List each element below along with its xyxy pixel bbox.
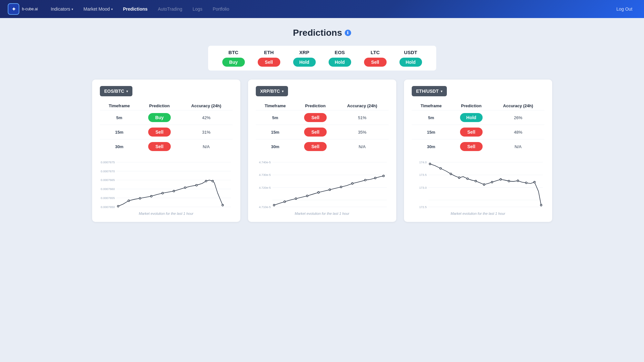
svg-point-11 — [173, 190, 175, 192]
coin-header-usdt: USDT — [393, 50, 428, 55]
nav-indicators[interactable]: Indicators — [47, 5, 77, 14]
logo-icon: ✦ — [8, 3, 19, 15]
coin-headers-row: BTC ETH XRP EOS LTC USDT — [216, 50, 428, 55]
logo-text: b-cube.ai — [22, 7, 38, 11]
signal-btc: Buy — [216, 58, 251, 67]
y-label: 4.740e-5 — [259, 160, 271, 164]
th-prediction-2: Prediction — [295, 101, 336, 110]
tf-30m-2: 30m — [256, 139, 295, 154]
nav-market-mood[interactable]: Market Mood — [80, 5, 117, 14]
svg-point-46 — [500, 178, 501, 180]
table-row: 30m Sell N/A — [100, 139, 233, 154]
svg-point-23 — [284, 201, 285, 203]
table-row: 5m Sell 51% — [256, 110, 389, 125]
prediction-table-eth-usdt: Timeframe Prediction Accuracy (24h) 5m H… — [412, 101, 544, 154]
svg-point-27 — [329, 189, 331, 190]
chart-xrp-btc: 4.740e-5 4.730e-5 4.720e-5 4.710e-5 — [256, 159, 389, 210]
eth-signal-badge: Sell — [258, 58, 280, 67]
acc-5m-3: 26% — [492, 110, 544, 125]
pair-selector-xrp-btc[interactable]: XRP/BTC — [256, 86, 288, 96]
acc-30m-3: N/A — [492, 139, 544, 154]
th-timeframe-1: Timeframe — [100, 101, 139, 110]
svg-point-32 — [382, 175, 384, 177]
pred-5m-3: Hold — [451, 110, 492, 125]
table-row: 5m Buy 42% — [100, 110, 233, 125]
th-accuracy-1: Accuracy (24h) — [180, 101, 233, 110]
y-label: 172.5 — [419, 205, 427, 208]
pred-5m-2: Sell — [295, 110, 336, 125]
svg-point-10 — [162, 192, 163, 194]
chart-eth-usdt: 174.0 173.5 173.0 172.5 — [412, 159, 544, 210]
coin-header-eos: EOS — [322, 50, 358, 55]
chart-caption-1: Market evolution for the last 1 hour — [100, 212, 233, 215]
prediction-table-eos-btc: Timeframe Prediction Accuracy (24h) 5m B… — [100, 101, 233, 154]
svg-point-43 — [475, 180, 476, 182]
tf-15m-1: 15m — [100, 125, 139, 139]
svg-point-49 — [525, 182, 527, 184]
info-icon[interactable]: ℹ — [345, 30, 351, 36]
pred-30m-2: Sell — [295, 139, 336, 154]
pred-15m-2: Sell — [295, 125, 336, 139]
svg-point-38 — [429, 163, 431, 165]
th-prediction-1: Prediction — [139, 101, 180, 110]
nav-autotrading[interactable]: AutoTrading — [154, 5, 186, 14]
svg-point-8 — [139, 197, 141, 199]
tf-30m-1: 30m — [100, 139, 139, 154]
nav-predictions[interactable]: Predictions — [119, 5, 151, 14]
coin-badges-table: BTC ETH XRP EOS LTC USDT Buy Sell Hold H… — [208, 46, 436, 71]
xrp-signal-badge: Hold — [293, 58, 316, 67]
btc-signal-badge: Buy — [222, 58, 245, 67]
pred-30m-3: Sell — [451, 139, 492, 154]
acc-15m-2: 35% — [336, 125, 389, 139]
y-label: 0.0007675 — [101, 160, 115, 164]
nav-portfolio[interactable]: Portfolio — [209, 5, 233, 14]
th-timeframe-3: Timeframe — [412, 101, 451, 110]
th-accuracy-3: Accuracy (24h) — [492, 101, 544, 110]
y-label: 0.0007650 — [101, 205, 115, 208]
svg-point-12 — [184, 187, 186, 188]
svg-point-26 — [318, 192, 319, 193]
coin-header-xrp: XRP — [287, 50, 322, 55]
svg-point-45 — [491, 181, 493, 183]
logout-button[interactable]: Log Out — [612, 5, 636, 14]
svg-point-16 — [222, 204, 223, 206]
svg-point-44 — [483, 184, 485, 185]
acc-15m-3: 48% — [492, 125, 544, 139]
svg-point-15 — [212, 180, 213, 182]
svg-point-31 — [374, 177, 376, 179]
svg-point-7 — [128, 200, 130, 201]
y-label: 4.720e-5 — [259, 186, 271, 189]
nav-logs[interactable]: Logs — [189, 5, 206, 14]
pair-selector-eos-btc[interactable]: EOS/BTC — [100, 86, 132, 96]
coin-badges-container: BTC ETH XRP EOS LTC USDT Buy Sell Hold H… — [13, 46, 631, 71]
main-content: Predictions ℹ BTC ETH XRP EOS LTC USDT B… — [0, 18, 644, 232]
pred-5m-1: Buy — [139, 110, 180, 125]
tf-15m-2: 15m — [256, 125, 295, 139]
pred-15m-3: Sell — [451, 125, 492, 139]
svg-point-48 — [517, 180, 519, 182]
eos-signal-badge: Hold — [329, 58, 351, 67]
table-row: 30m Sell N/A — [412, 139, 544, 154]
y-label: 174.0 — [419, 160, 427, 164]
svg-point-40 — [450, 173, 451, 175]
svg-point-24 — [295, 198, 297, 199]
tf-5m-3: 5m — [412, 110, 451, 125]
pair-selector-eth-usdt[interactable]: ETH/USDT — [412, 86, 447, 96]
y-label: 0.0007655 — [101, 196, 115, 200]
svg-point-28 — [340, 186, 342, 188]
th-accuracy-2: Accuracy (24h) — [336, 101, 389, 110]
signal-eth: Sell — [251, 58, 287, 67]
acc-5m-1: 42% — [180, 110, 233, 125]
coin-header-btc: BTC — [216, 50, 251, 55]
th-timeframe-2: Timeframe — [256, 101, 295, 110]
table-row: 15m Sell 35% — [256, 125, 389, 139]
prediction-table-xrp-btc: Timeframe Prediction Accuracy (24h) 5m S… — [256, 101, 389, 154]
svg-point-13 — [196, 184, 197, 186]
svg-point-39 — [440, 167, 441, 169]
signal-ltc: Sell — [358, 58, 393, 67]
y-label: 4.730e-5 — [259, 173, 271, 176]
page-title-row: Predictions ℹ — [13, 28, 631, 38]
ltc-signal-badge: Sell — [364, 58, 387, 67]
signal-usdt: Hold — [393, 58, 428, 67]
coin-header-eth: ETH — [251, 50, 287, 55]
